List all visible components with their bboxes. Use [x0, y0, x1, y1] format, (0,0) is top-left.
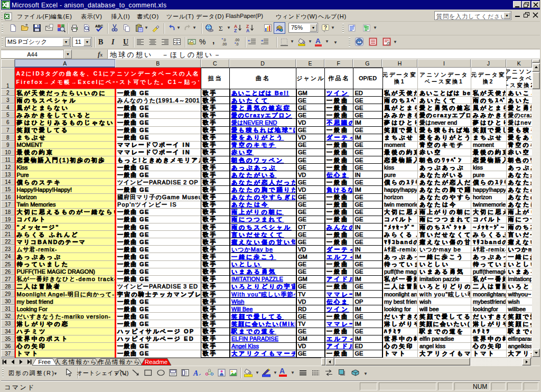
svg-text:a: a [176, 40, 179, 45]
svg-text:.00: .00 [235, 38, 239, 42]
svg-text:.0: .0 [236, 42, 239, 46]
svg-text:Z: Z [234, 28, 237, 33]
svg-text:.0: .0 [223, 38, 226, 42]
svg-text:A: A [193, 369, 198, 377]
svg-text:.00: .00 [222, 42, 227, 46]
svg-text:A: A [246, 28, 249, 33]
svg-text:Σ: Σ [219, 24, 223, 32]
svg-text:?: ? [324, 25, 327, 31]
